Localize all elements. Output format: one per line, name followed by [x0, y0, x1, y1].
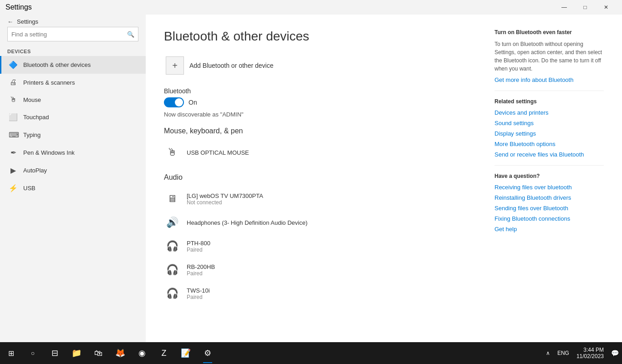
clock[interactable]: 3:44 PM 11/02/2023	[573, 342, 607, 364]
nav-icon-pen: ✒	[9, 148, 18, 157]
nav-icon-typing: ⌨	[9, 131, 18, 139]
audio-device-icon: 🎧	[164, 238, 180, 254]
mouse-icon: 🖱	[164, 144, 180, 161]
start-button[interactable]: ⊞	[0, 342, 22, 364]
search-input[interactable]	[8, 31, 123, 38]
devices-and-printers-link[interactable]: Devices and printers	[495, 109, 604, 116]
get-help-link[interactable]: Get help	[495, 226, 604, 233]
bluetooth-label: Bluetooth	[164, 87, 476, 95]
toggle-knob	[175, 98, 183, 106]
send-receive-link[interactable]: Send or receive files via Bluetooth	[495, 151, 604, 158]
audio-device-info: RB-200HB Paired	[187, 263, 215, 277]
have-question-title: Have a question?	[495, 173, 604, 179]
sending-files-link[interactable]: Sending files over Bluetooth	[495, 205, 604, 212]
titlebar-title: Settings	[5, 3, 32, 11]
time-display: 3:44 PM	[583, 347, 604, 353]
titlebar: Settings — □ ✕	[0, 0, 622, 15]
audio-device-name: [LG] webOS TV UM7300PTA	[187, 192, 263, 199]
taskbar-apps: 📁🛍🦊◉Z📝⚙	[66, 342, 219, 364]
bluetooth-toggle[interactable]	[164, 97, 184, 107]
audio-device-info: PTH-800 Paired	[187, 240, 210, 253]
sound-settings-link[interactable]: Sound settings	[495, 120, 604, 126]
lang-indicator[interactable]: ENG	[554, 342, 573, 364]
sidebar-item-pen[interactable]: ✒ Pen & Windows Ink	[0, 144, 146, 162]
audio-device-info: Headphones (3- High Definition Audio Dev…	[187, 219, 307, 226]
systray-chevron[interactable]: ∧	[542, 342, 554, 364]
nav-label-typing: Typing	[23, 131, 41, 138]
audio-device-item: 🎧 PTH-800 Paired	[164, 234, 476, 258]
nav-label-usb: USB	[23, 185, 36, 192]
nav-label-printers: Printers & scanners	[23, 79, 75, 86]
discoverable-text: Now discoverable as "ADMIN"	[164, 111, 476, 118]
taskbar-app-explorer[interactable]: 📁	[66, 342, 87, 364]
search-icon[interactable]: 🔍	[123, 27, 138, 41]
audio-device-status: Paired	[187, 247, 210, 253]
nav-icon-autoplay: ▶	[9, 166, 18, 175]
add-icon: +	[166, 56, 184, 75]
taskbar-app-store[interactable]: 🛍	[87, 342, 109, 364]
taskbar-app-chrome[interactable]: ◉	[131, 342, 153, 364]
nav-icon-usb: ⚡	[9, 184, 18, 192]
taskbar-app-zalo[interactable]: Z	[153, 342, 175, 364]
back-icon: ←	[7, 18, 13, 25]
mouse-device-item: 🖱 USB OPTICAL MOUSE	[164, 141, 476, 164]
sidebar-item-autoplay[interactable]: ▶ AutoPlay	[0, 162, 146, 179]
task-view-button[interactable]: ⊟	[44, 342, 66, 364]
back-button[interactable]: ← Settings	[0, 15, 146, 27]
audio-device-item: 🎧 RB-200HB Paired	[164, 258, 476, 282]
sidebar-item-mouse[interactable]: 🖱 Mouse	[0, 91, 146, 108]
get-more-info-link[interactable]: Get more info about Bluetooth	[495, 76, 604, 83]
display-settings-link[interactable]: Display settings	[495, 130, 604, 137]
bluetooth-section: Bluetooth On Now discoverable as "ADMIN"	[164, 87, 476, 118]
sidebar-item-typing[interactable]: ⌨ Typing	[0, 126, 146, 144]
audio-device-item: 🎧 TWS-10i Paired	[164, 282, 476, 305]
maximize-button[interactable]: □	[575, 0, 596, 15]
audio-device-status: Paired	[187, 294, 210, 300]
search-box[interactable]: 🔍	[7, 27, 138, 41]
add-device-label: Add Bluetooth or other device	[189, 62, 273, 69]
mouse-section-heading: Mouse, keyboard, & pen	[164, 127, 476, 135]
nav-icon-touchpad: ⬜	[9, 113, 18, 121]
minimize-button[interactable]: —	[554, 0, 575, 15]
nav-icon-mouse: 🖱	[9, 96, 18, 104]
notification-button[interactable]: 💬	[607, 342, 622, 364]
sidebar-item-usb[interactable]: ⚡ USB	[0, 179, 146, 197]
audio-device-icon: 🎧	[164, 262, 180, 278]
audio-device-icon: 🔊	[164, 214, 180, 231]
nav-items: 🔷 Bluetooth & other devices 🖨 Printers &…	[0, 56, 146, 197]
date-display: 11/02/2023	[576, 353, 604, 359]
sidebar-item-printers[interactable]: 🖨 Printers & scanners	[0, 74, 146, 91]
nav-icon-bluetooth: 🔷	[9, 61, 18, 69]
fixing-connections-link[interactable]: Fixing Bluetooth connections	[495, 215, 604, 222]
taskbar-app-sticky[interactable]: 📝	[175, 342, 197, 364]
audio-device-name: RB-200HB	[187, 263, 215, 270]
nav-label-bluetooth: Bluetooth & other devices	[23, 61, 91, 68]
sidebar-item-touchpad[interactable]: ⬜ Touchpad	[0, 108, 146, 126]
audio-device-info: [LG] webOS TV UM7300PTA Not connected	[187, 192, 263, 206]
nav-label-touchpad: Touchpad	[23, 114, 49, 121]
sidebar: ← Settings 🔍 Devices 🔷 Bluetooth & other…	[0, 15, 146, 342]
close-button[interactable]: ✕	[596, 0, 617, 15]
taskbar: ⊞ ○ ⊟ 📁🛍🦊◉Z📝⚙ ∧ ENG 3:44 PM 11/02/2023 💬	[0, 342, 622, 364]
reinstalling-drivers-link[interactable]: Reinstalling Bluetooth drivers	[495, 194, 604, 201]
page-title: Bluetooth & other devices	[164, 29, 476, 44]
taskbar-app-firefox[interactable]: 🦊	[109, 342, 131, 364]
search-button[interactable]: ○	[22, 342, 44, 364]
divider-1	[495, 91, 604, 91]
taskbar-app-settings[interactable]: ⚙	[197, 342, 219, 364]
toggle-row: On	[164, 97, 476, 107]
right-panel: Turn on Bluetooth even faster To turn on…	[495, 29, 604, 328]
audio-device-name: Headphones (3- High Definition Audio Dev…	[187, 219, 307, 226]
receiving-files-link[interactable]: Receiving files over bluetooth	[495, 184, 604, 191]
sidebar-item-bluetooth[interactable]: 🔷 Bluetooth & other devices	[0, 56, 146, 74]
lang-text: ENG	[557, 350, 569, 356]
mouse-device-name: USB OPTICAL MOUSE	[187, 149, 249, 156]
mouse-device-info: USB OPTICAL MOUSE	[187, 149, 249, 156]
audio-device-name: PTH-800	[187, 240, 210, 247]
audio-device-status: Not connected	[187, 199, 263, 206]
more-bluetooth-link[interactable]: More Bluetooth options	[495, 141, 604, 147]
content-main: Bluetooth & other devices + Add Bluetoot…	[164, 29, 476, 328]
add-device-button[interactable]: + Add Bluetooth or other device	[164, 55, 275, 76]
audio-device-icon: 🎧	[164, 285, 180, 302]
audio-device-item: 🖥 [LG] webOS TV UM7300PTA Not connected	[164, 187, 476, 211]
